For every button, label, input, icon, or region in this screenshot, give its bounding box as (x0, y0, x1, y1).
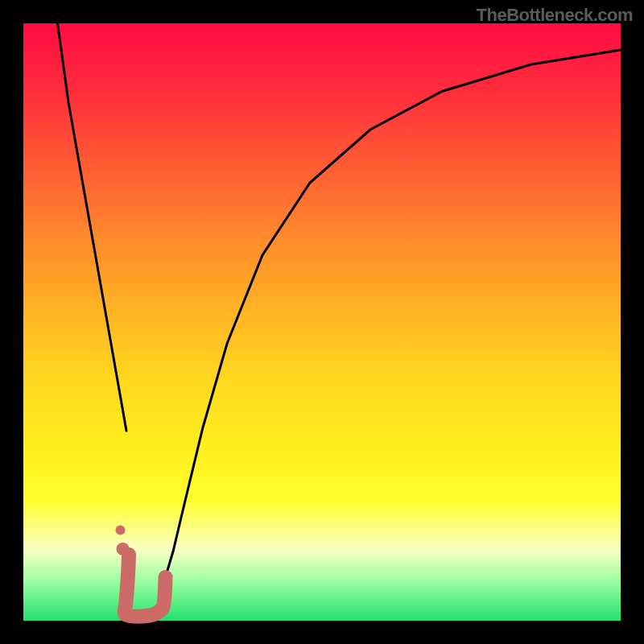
minimum-j-marker (125, 555, 166, 617)
curve-overlay (0, 0, 644, 644)
right-rising-line (166, 50, 621, 577)
chart-frame: TheBottleneck.com (0, 0, 644, 644)
marker-dot-lower (117, 543, 130, 555)
marker-dot-upper (116, 526, 126, 535)
left-valley-line (58, 23, 127, 431)
